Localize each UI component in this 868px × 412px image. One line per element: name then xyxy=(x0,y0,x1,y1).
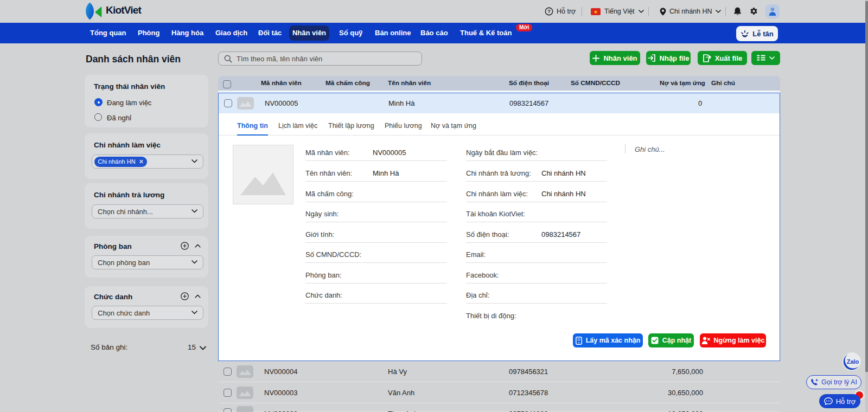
svg-text:?: ? xyxy=(547,9,551,14)
svg-text:Zalo: Zalo xyxy=(847,358,859,365)
svg-text:★: ★ xyxy=(593,9,598,15)
